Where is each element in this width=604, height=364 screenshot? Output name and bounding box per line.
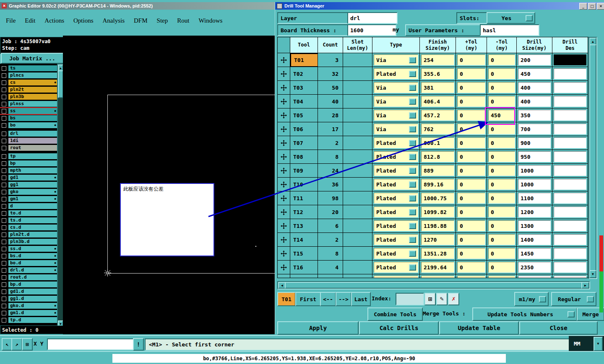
layer-checkbox[interactable] bbox=[2, 304, 6, 308]
minus-tol-input[interactable]: 0 bbox=[488, 137, 515, 148]
menu-step[interactable]: Step bbox=[157, 17, 168, 24]
layer-name[interactable]: mpth bbox=[8, 168, 57, 173]
dropdown-indicator-icon[interactable] bbox=[409, 195, 416, 201]
drill-des-input[interactable] bbox=[554, 220, 586, 231]
drill-des-input[interactable] bbox=[554, 151, 586, 162]
finish-size-input[interactable]: 812.8 bbox=[421, 151, 454, 162]
drill-tool-manager-titlebar[interactable]: Drill Tool Manager _ □ ✕ bbox=[275, 2, 604, 10]
type-dropdown[interactable]: Via bbox=[374, 54, 418, 65]
plus-tol-input[interactable]: 0 bbox=[457, 248, 485, 259]
finish-size-input[interactable]: 1351.28 bbox=[421, 248, 454, 259]
slots-dropdown[interactable]: Yes bbox=[487, 12, 535, 24]
layer-name[interactable]: drl.d◆ bbox=[8, 267, 57, 273]
type-dropdown[interactable]: Plated bbox=[374, 248, 418, 259]
tool-cell[interactable]: T13 bbox=[290, 219, 318, 233]
layer-name[interactable]: pln3b.d bbox=[8, 239, 57, 245]
dropdown-indicator-icon[interactable] bbox=[409, 223, 416, 229]
layer-name[interactable]: gm1◆ bbox=[8, 196, 57, 202]
dropdown-indicator-icon[interactable] bbox=[409, 209, 416, 215]
drill-size-input[interactable]: 1000 bbox=[518, 165, 551, 176]
minus-tol-input[interactable]: 0 bbox=[488, 207, 515, 217]
layer-row-gg1.d[interactable]: gg1.d bbox=[0, 296, 57, 302]
drill-des-input[interactable] bbox=[554, 207, 586, 217]
layer-row-pln2t[interactable]: pln2t bbox=[0, 87, 57, 93]
plus-tol-input[interactable]: 0 bbox=[457, 96, 485, 107]
tool-cell[interactable]: T03 bbox=[290, 81, 318, 95]
dropdown-indicator-icon[interactable] bbox=[409, 140, 416, 146]
layer-row-d[interactable]: d bbox=[0, 203, 57, 209]
dropdown-indicator-icon[interactable] bbox=[409, 237, 416, 243]
finish-size-input[interactable]: 381 bbox=[421, 82, 454, 93]
layer-checkbox[interactable] bbox=[2, 225, 6, 230]
tool-cell[interactable]: T09 bbox=[290, 164, 318, 178]
tool-cell[interactable]: T17 bbox=[290, 274, 318, 278]
dropdown-indicator-icon[interactable] bbox=[409, 98, 416, 105]
scrollbar-thumb[interactable] bbox=[285, 282, 583, 289]
type-dropdown[interactable]: Plated bbox=[374, 193, 418, 204]
layer-checkbox[interactable] bbox=[2, 240, 6, 244]
layer-row-tp.d[interactable]: tp.d bbox=[0, 317, 57, 323]
slot-len-cell[interactable] bbox=[343, 247, 372, 261]
drill-des-input[interactable] bbox=[554, 124, 586, 134]
row-move-icon[interactable] bbox=[278, 67, 290, 81]
layer-row-to.d[interactable]: to.d bbox=[0, 210, 57, 216]
drill-size-input[interactable]: 2350 bbox=[518, 262, 551, 273]
layer-name[interactable]: bp bbox=[8, 160, 57, 166]
minus-tol-input[interactable]: 0 bbox=[488, 165, 515, 176]
layer-checkbox[interactable] bbox=[2, 132, 6, 136]
layer-name[interactable]: ts.d bbox=[8, 217, 57, 223]
scroll-right-icon[interactable]: ▶ bbox=[581, 282, 589, 289]
tool-cell[interactable]: T16 bbox=[290, 261, 318, 274]
finish-size-input[interactable]: 406.4 bbox=[421, 96, 454, 107]
layer-checkbox[interactable] bbox=[2, 73, 6, 78]
layer-checkbox[interactable] bbox=[2, 261, 6, 266]
layer-row-gd1[interactable]: gd1◆ bbox=[0, 175, 57, 181]
slot-len-cell[interactable] bbox=[343, 261, 372, 274]
layer-checkbox[interactable] bbox=[2, 109, 6, 114]
drill-size-input[interactable]: 950 bbox=[518, 151, 551, 162]
layer-checkbox[interactable] bbox=[2, 311, 6, 315]
finish-size-input[interactable]: 1198.88 bbox=[421, 220, 454, 231]
layer-name[interactable]: gm1.d◆ bbox=[8, 310, 57, 316]
drill-des-input[interactable] bbox=[554, 96, 586, 107]
layer-checkbox[interactable] bbox=[2, 161, 6, 166]
minus-tol-input[interactable]: 0 bbox=[488, 54, 515, 65]
menu-dfm[interactable]: DFM bbox=[134, 17, 148, 24]
row-move-icon[interactable] bbox=[278, 178, 290, 191]
slot-len-cell[interactable] bbox=[343, 191, 372, 205]
layer-name[interactable]: tp.d bbox=[8, 317, 57, 323]
type-dropdown[interactable]: Plated bbox=[374, 151, 418, 162]
graphic-editor-titlebar[interactable]: ✕ Graphic Editor 9.02c2 (00@HY-P3CAM-PC1… bbox=[0, 2, 276, 10]
maximize-button[interactable]: □ bbox=[588, 3, 596, 10]
row-move-icon[interactable] bbox=[278, 53, 290, 67]
layer-checkbox[interactable] bbox=[2, 232, 6, 237]
layer-row-ts[interactable]: ts bbox=[0, 65, 57, 71]
layer-name[interactable]: gd1.d bbox=[8, 289, 57, 294]
drill-size-input[interactable]: 450 bbox=[518, 68, 551, 79]
layer-checkbox[interactable] bbox=[2, 268, 6, 273]
slot-len-cell[interactable] bbox=[343, 122, 372, 136]
menu-options[interactable]: Options bbox=[73, 17, 94, 24]
drill-des-input[interactable] bbox=[554, 82, 586, 93]
plus-tol-input[interactable]: 0 bbox=[457, 234, 485, 245]
layer-row-bo.d[interactable]: bo.d◆ bbox=[0, 260, 57, 266]
slot-len-cell[interactable] bbox=[343, 67, 372, 81]
dropdown-indicator-icon[interactable] bbox=[409, 57, 416, 63]
finish-size-input[interactable]: 2199.64 bbox=[421, 262, 454, 273]
layer-name[interactable]: rout bbox=[8, 145, 57, 151]
edit-tool-icon[interactable]: ✎ bbox=[436, 293, 448, 305]
table-vertical-scrollbar[interactable]: ▲ ▼ bbox=[588, 37, 597, 279]
update-table-button[interactable]: Update Table bbox=[439, 321, 519, 335]
minus-tol-input[interactable]: 0 bbox=[488, 82, 515, 93]
type-dropdown[interactable]: Plated bbox=[374, 68, 418, 79]
drill-des-input[interactable] bbox=[554, 276, 586, 278]
slot-len-cell[interactable] bbox=[343, 164, 372, 178]
layer-name[interactable]: plncs bbox=[8, 72, 57, 78]
layer-checkbox[interactable] bbox=[2, 318, 6, 323]
row-move-icon[interactable] bbox=[278, 205, 290, 219]
units-dropdown-icon[interactable]: ▼ bbox=[594, 337, 603, 351]
tool-cell[interactable]: T14 bbox=[290, 233, 318, 247]
layer-checkbox[interactable] bbox=[2, 95, 6, 99]
drill-size-input[interactable]: 200 bbox=[518, 54, 551, 65]
first-tool-button[interactable]: First bbox=[295, 292, 321, 306]
